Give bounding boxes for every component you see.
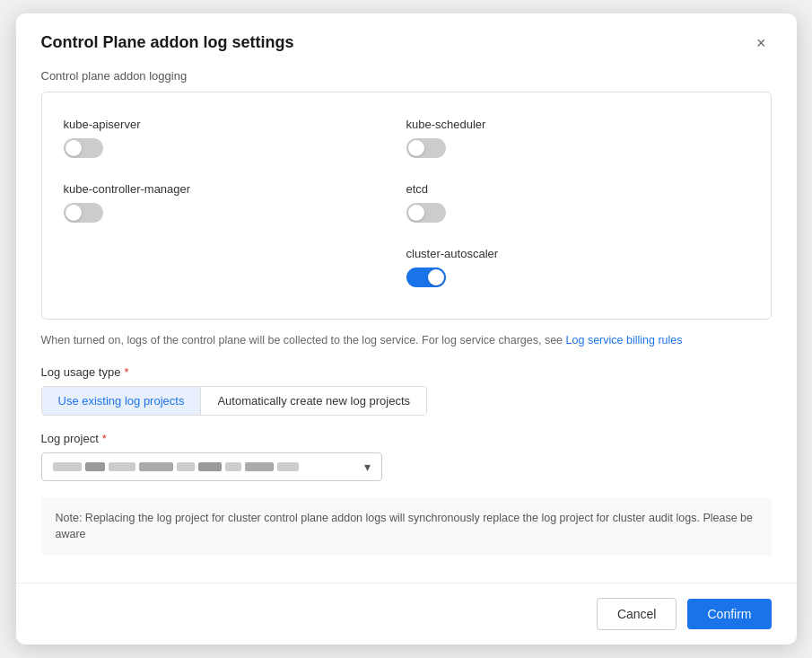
redacted-8 [245, 462, 274, 471]
redacted-6 [198, 462, 222, 471]
tab-use-existing[interactable]: Use existing log projects [42, 387, 202, 415]
modal-body: Control plane addon logging kube-apiserv… [16, 69, 797, 583]
close-button[interactable]: × [751, 33, 772, 53]
logging-grid: kube-apiserver kube-scheduler [64, 109, 749, 303]
redacted-7 [225, 462, 241, 471]
logging-item-cluster-autoscaler: cluster-autoscaler [406, 238, 749, 303]
redacted-4 [139, 462, 173, 471]
etcd-toggle[interactable] [406, 203, 446, 223]
kube-apiserver-label: kube-apiserver [64, 118, 406, 131]
dropdown-chevron-icon: ▾ [364, 460, 371, 474]
logging-item-kube-apiserver: kube-apiserver [64, 109, 406, 173]
modal-dialog: Control Plane addon log settings × Contr… [16, 13, 797, 645]
modal-footer: Cancel Confirm [16, 583, 797, 645]
log-usage-type-label: Log usage type * [41, 365, 772, 379]
log-usage-type-tabs: Use existing log projects Automatically … [41, 386, 428, 416]
redacted-9 [277, 462, 299, 471]
cancel-button[interactable]: Cancel [597, 598, 677, 630]
logging-section-label: Control plane addon logging [41, 69, 772, 83]
confirm-button[interactable]: Confirm [687, 599, 771, 629]
tab-auto-create[interactable]: Automatically create new log projects [201, 387, 426, 415]
kube-controller-manager-toggle[interactable] [64, 203, 103, 223]
modal-header: Control Plane addon log settings × [16, 13, 797, 69]
kube-scheduler-label: kube-scheduler [406, 118, 749, 131]
kube-scheduler-toggle[interactable] [406, 138, 446, 158]
logging-item-etcd: etcd [406, 173, 749, 238]
cluster-autoscaler-toggle[interactable] [406, 268, 446, 287]
billing-rules-link[interactable]: Log service billing rules [566, 334, 683, 347]
logging-item-kube-controller-manager: kube-controller-manager [64, 173, 406, 238]
redacted-1 [53, 462, 82, 471]
required-star-project: * [102, 432, 107, 445]
logging-info-text: When turned on, logs of the control plan… [41, 332, 772, 349]
log-project-label: Log project * [41, 432, 772, 445]
kube-controller-manager-label: kube-controller-manager [64, 182, 406, 196]
redacted-3 [109, 462, 135, 471]
logging-box: kube-apiserver kube-scheduler [41, 92, 772, 320]
redacted-5 [177, 462, 195, 471]
dropdown-value-area [53, 462, 299, 471]
required-star-usage: * [124, 365, 128, 379]
modal-title: Control Plane addon log settings [41, 33, 294, 52]
redacted-2 [85, 462, 105, 471]
logging-item-kube-scheduler: kube-scheduler [406, 109, 749, 173]
kube-apiserver-toggle[interactable] [64, 138, 103, 158]
etcd-label: etcd [406, 182, 749, 196]
note-box: Note: Replacing the log project for clus… [41, 497, 772, 557]
cluster-autoscaler-label: cluster-autoscaler [406, 247, 749, 260]
log-project-dropdown[interactable]: ▾ [41, 452, 382, 481]
logging-item-empty [64, 238, 406, 303]
